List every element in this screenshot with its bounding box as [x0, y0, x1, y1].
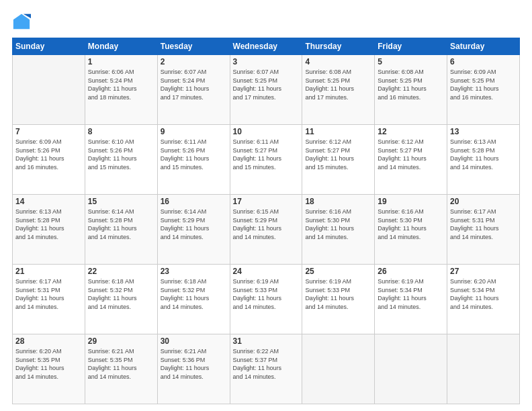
calendar-cell: 12Sunrise: 6:12 AM Sunset: 5:27 PM Dayli… — [375, 125, 447, 195]
calendar-header-wednesday: Wednesday — [230, 38, 302, 55]
calendar-cell: 24Sunrise: 6:19 AM Sunset: 5:33 PM Dayli… — [230, 265, 302, 334]
day-info: Sunrise: 6:18 AM Sunset: 5:32 PM Dayligh… — [161, 277, 227, 311]
day-info: Sunrise: 6:19 AM Sunset: 5:33 PM Dayligh… — [305, 277, 371, 311]
day-info: Sunrise: 6:20 AM Sunset: 5:34 PM Dayligh… — [450, 277, 517, 311]
calendar-cell — [302, 334, 375, 404]
day-info: Sunrise: 6:19 AM Sunset: 5:33 PM Dayligh… — [233, 277, 300, 311]
day-info: Sunrise: 6:12 AM Sunset: 5:27 PM Dayligh… — [305, 138, 371, 171]
day-number: 8 — [88, 127, 154, 136]
day-info: Sunrise: 6:17 AM Sunset: 5:31 PM Dayligh… — [15, 277, 82, 311]
day-number: 28 — [15, 336, 82, 346]
day-info: Sunrise: 6:14 AM Sunset: 5:28 PM Dayligh… — [88, 208, 154, 241]
calendar-header-friday: Friday — [375, 38, 447, 55]
day-info: Sunrise: 6:21 AM Sunset: 5:36 PM Dayligh… — [161, 347, 227, 381]
calendar-cell: 27Sunrise: 6:20 AM Sunset: 5:34 PM Dayli… — [447, 265, 520, 334]
day-number: 7 — [15, 127, 82, 136]
calendar-week-4: 28Sunrise: 6:20 AM Sunset: 5:35 PM Dayli… — [13, 334, 520, 404]
calendar-cell: 22Sunrise: 6:18 AM Sunset: 5:32 PM Dayli… — [85, 265, 157, 334]
day-info: Sunrise: 6:10 AM Sunset: 5:26 PM Dayligh… — [88, 138, 154, 171]
calendar-cell: 4Sunrise: 6:08 AM Sunset: 5:25 PM Daylig… — [302, 55, 375, 125]
calendar-header-monday: Monday — [85, 38, 157, 55]
day-number: 16 — [161, 197, 227, 206]
day-number: 10 — [233, 127, 300, 136]
day-info: Sunrise: 6:14 AM Sunset: 5:29 PM Dayligh… — [161, 208, 227, 241]
day-info: Sunrise: 6:07 AM Sunset: 5:24 PM Dayligh… — [161, 68, 227, 101]
calendar-header-saturday: Saturday — [447, 38, 520, 55]
day-number: 24 — [233, 267, 300, 276]
day-info: Sunrise: 6:06 AM Sunset: 5:24 PM Dayligh… — [88, 68, 154, 101]
day-info: Sunrise: 6:08 AM Sunset: 5:25 PM Dayligh… — [305, 68, 371, 101]
calendar-cell: 21Sunrise: 6:17 AM Sunset: 5:31 PM Dayli… — [13, 265, 85, 334]
day-info: Sunrise: 6:17 AM Sunset: 5:31 PM Dayligh… — [450, 208, 517, 241]
calendar-cell: 26Sunrise: 6:19 AM Sunset: 5:34 PM Dayli… — [375, 265, 447, 334]
calendar-cell: 5Sunrise: 6:08 AM Sunset: 5:25 PM Daylig… — [375, 55, 447, 125]
day-number: 25 — [305, 267, 371, 276]
calendar-cell: 19Sunrise: 6:16 AM Sunset: 5:30 PM Dayli… — [375, 195, 447, 265]
calendar-header-sunday: Sunday — [13, 38, 85, 55]
calendar-cell: 30Sunrise: 6:21 AM Sunset: 5:36 PM Dayli… — [157, 334, 230, 404]
calendar-cell: 15Sunrise: 6:14 AM Sunset: 5:28 PM Dayli… — [85, 195, 157, 265]
day-info: Sunrise: 6:20 AM Sunset: 5:35 PM Dayligh… — [15, 347, 82, 381]
page: SundayMondayTuesdayWednesdayThursdayFrid… — [0, 0, 532, 411]
calendar-cell — [447, 334, 520, 404]
calendar-cell: 16Sunrise: 6:14 AM Sunset: 5:29 PM Dayli… — [157, 195, 230, 265]
calendar-header-tuesday: Tuesday — [157, 38, 230, 55]
calendar-cell: 8Sunrise: 6:10 AM Sunset: 5:26 PM Daylig… — [85, 125, 157, 195]
day-info: Sunrise: 6:09 AM Sunset: 5:26 PM Dayligh… — [15, 138, 82, 171]
day-number: 19 — [378, 197, 444, 206]
calendar-cell: 6Sunrise: 6:09 AM Sunset: 5:25 PM Daylig… — [447, 55, 520, 125]
calendar-cell: 2Sunrise: 6:07 AM Sunset: 5:24 PM Daylig… — [157, 55, 230, 125]
day-info: Sunrise: 6:15 AM Sunset: 5:29 PM Dayligh… — [233, 208, 300, 241]
calendar-cell: 3Sunrise: 6:07 AM Sunset: 5:25 PM Daylig… — [230, 55, 302, 125]
calendar-week-0: 1Sunrise: 6:06 AM Sunset: 5:24 PM Daylig… — [13, 55, 520, 125]
day-number: 31 — [233, 336, 300, 346]
header — [12, 12, 520, 31]
calendar-cell — [13, 55, 85, 125]
calendar-cell: 18Sunrise: 6:16 AM Sunset: 5:30 PM Dayli… — [302, 195, 375, 265]
day-number: 9 — [161, 127, 227, 136]
day-info: Sunrise: 6:19 AM Sunset: 5:34 PM Dayligh… — [378, 277, 444, 311]
calendar-cell: 17Sunrise: 6:15 AM Sunset: 5:29 PM Dayli… — [230, 195, 302, 265]
svg-marker-0 — [13, 14, 30, 29]
day-number: 14 — [15, 197, 82, 206]
calendar-cell: 14Sunrise: 6:13 AM Sunset: 5:28 PM Dayli… — [13, 195, 85, 265]
day-info: Sunrise: 6:09 AM Sunset: 5:25 PM Dayligh… — [450, 68, 517, 101]
day-number: 17 — [233, 197, 300, 206]
calendar-cell: 11Sunrise: 6:12 AM Sunset: 5:27 PM Dayli… — [302, 125, 375, 195]
day-number: 11 — [305, 127, 371, 136]
calendar-header-thursday: Thursday — [302, 38, 375, 55]
day-info: Sunrise: 6:11 AM Sunset: 5:27 PM Dayligh… — [233, 138, 300, 171]
calendar-cell: 29Sunrise: 6:21 AM Sunset: 5:35 PM Dayli… — [85, 334, 157, 404]
calendar-cell: 9Sunrise: 6:11 AM Sunset: 5:26 PM Daylig… — [157, 125, 230, 195]
day-number: 30 — [161, 336, 227, 346]
day-number: 21 — [15, 267, 82, 276]
logo-icon — [12, 12, 31, 31]
day-info: Sunrise: 6:13 AM Sunset: 5:28 PM Dayligh… — [450, 138, 517, 171]
day-number: 5 — [378, 57, 444, 66]
day-number: 27 — [450, 267, 517, 276]
calendar-cell — [375, 334, 447, 404]
day-info: Sunrise: 6:11 AM Sunset: 5:26 PM Dayligh… — [161, 138, 227, 171]
calendar-week-1: 7Sunrise: 6:09 AM Sunset: 5:26 PM Daylig… — [13, 125, 520, 195]
day-number: 23 — [161, 267, 227, 276]
day-number: 3 — [233, 57, 300, 66]
calendar-cell: 25Sunrise: 6:19 AM Sunset: 5:33 PM Dayli… — [302, 265, 375, 334]
day-info: Sunrise: 6:18 AM Sunset: 5:32 PM Dayligh… — [88, 277, 154, 311]
day-number: 20 — [450, 197, 517, 206]
calendar-cell: 31Sunrise: 6:22 AM Sunset: 5:37 PM Dayli… — [230, 334, 302, 404]
day-number: 2 — [161, 57, 227, 66]
calendar-table: SundayMondayTuesdayWednesdayThursdayFrid… — [12, 38, 520, 404]
day-number: 29 — [88, 336, 154, 346]
calendar-header-row: SundayMondayTuesdayWednesdayThursdayFrid… — [13, 38, 520, 55]
day-number: 12 — [378, 127, 444, 136]
calendar-cell: 23Sunrise: 6:18 AM Sunset: 5:32 PM Dayli… — [157, 265, 230, 334]
day-number: 4 — [305, 57, 371, 66]
logo — [12, 12, 34, 31]
calendar-week-3: 21Sunrise: 6:17 AM Sunset: 5:31 PM Dayli… — [13, 265, 520, 334]
calendar-cell: 10Sunrise: 6:11 AM Sunset: 5:27 PM Dayli… — [230, 125, 302, 195]
day-number: 6 — [450, 57, 517, 66]
day-info: Sunrise: 6:13 AM Sunset: 5:28 PM Dayligh… — [15, 208, 82, 241]
calendar-week-2: 14Sunrise: 6:13 AM Sunset: 5:28 PM Dayli… — [13, 195, 520, 265]
day-number: 26 — [378, 267, 444, 276]
day-number: 15 — [88, 197, 154, 206]
